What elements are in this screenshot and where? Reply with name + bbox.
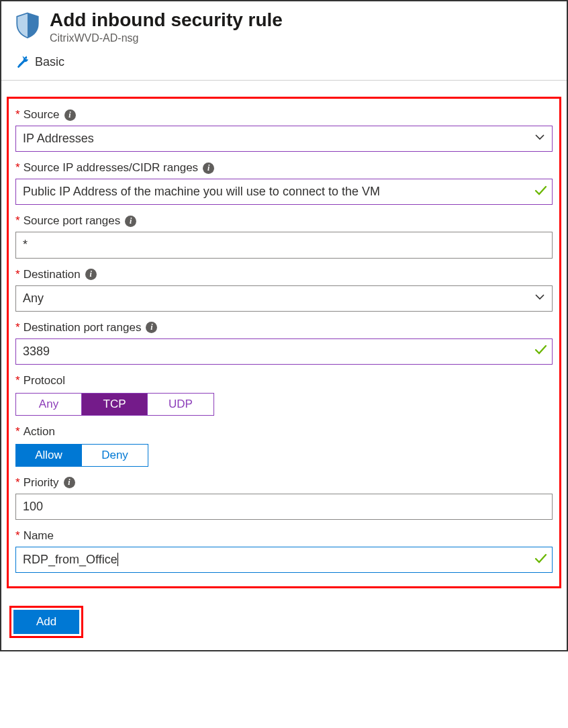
add-button-highlight: Add [9,606,83,638]
destination-select[interactable]: Any [15,285,553,312]
source-ports-input[interactable]: * [15,232,553,258]
page-title: Add inbound security rule [50,9,283,31]
checkmark-icon [534,343,547,359]
shield-icon [13,11,42,39]
info-icon[interactable]: i [203,163,214,174]
name-label: * Name [15,529,553,543]
chevron-down-icon [534,130,545,147]
source-ip-label: * Source IP addresses/CIDR ranges i [15,161,553,175]
protocol-label: * Protocol [15,374,553,388]
protocol-option-any[interactable]: Any [16,394,82,415]
source-ip-input[interactable]: Public IP Address of the machine you wil… [15,179,553,205]
info-icon[interactable]: i [85,269,97,280]
source-label: * Source i [15,108,553,122]
add-button[interactable]: Add [13,610,79,634]
destination-label: * Destination i [15,268,553,281]
dest-ports-input[interactable]: 3389 [15,338,553,365]
form-highlight-box: * Source i IP Addresses * Source IP addr… [7,97,561,588]
action-label: * Action [15,425,553,439]
info-icon[interactable]: i [146,322,157,333]
protocol-segmented: Any TCP UDP [15,393,214,416]
protocol-option-tcp[interactable]: TCP [82,394,148,415]
dest-ports-label: * Destination port ranges i [15,321,553,334]
resource-name: CitrixWVD-AD-nsg [50,32,283,44]
source-ports-label: * Source port ranges i [15,214,553,228]
chevron-down-icon [534,290,545,307]
wrench-icon [16,56,30,69]
protocol-option-udp[interactable]: UDP [148,394,214,415]
action-segmented: Allow Deny [15,444,148,467]
info-icon[interactable]: i [125,216,136,227]
source-select[interactable]: IP Addresses [15,126,553,152]
priority-input[interactable]: 100 [15,494,553,520]
info-icon[interactable]: i [64,109,76,121]
priority-label: * Priority i [15,476,553,490]
name-input[interactable]: RDP_from_Office [15,547,553,573]
action-option-deny[interactable]: Deny [82,445,148,466]
checkmark-icon [534,552,547,568]
basic-toggle-link[interactable]: Basic [35,55,64,69]
info-icon[interactable]: i [64,477,75,488]
checkmark-icon [534,184,547,200]
action-option-allow[interactable]: Allow [16,445,82,466]
